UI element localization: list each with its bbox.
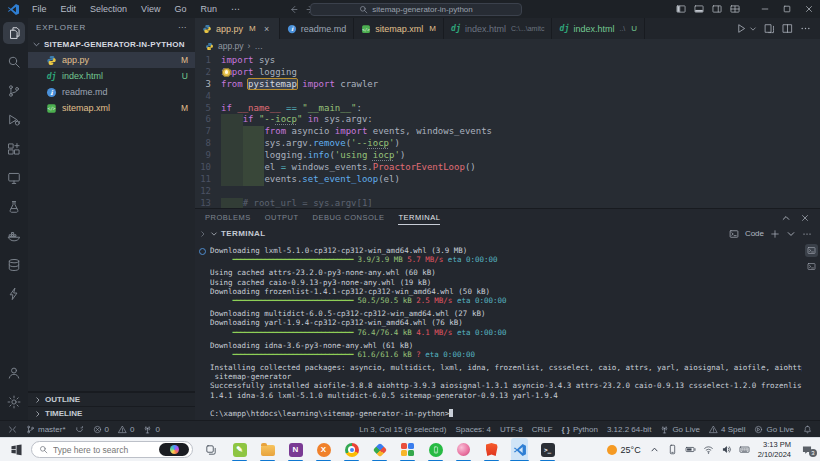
status-right-go-live[interactable]: Go Live — [754, 425, 794, 434]
panel-tab-output[interactable]: OUTPUT — [265, 213, 299, 222]
close-panel-icon[interactable] — [800, 213, 810, 223]
status-left-sync[interactable] — [75, 425, 84, 434]
menu-view[interactable]: View — [135, 2, 166, 16]
activity-run-debug[interactable] — [3, 109, 25, 131]
taskbar-clock[interactable]: 3:13 PM 2/10/2024 — [758, 440, 791, 459]
taskbar-app-whatsapp[interactable] — [427, 438, 444, 461]
command-decoration-icon[interactable] — [199, 248, 206, 255]
activity-docker[interactable] — [3, 225, 25, 247]
activity-remote-explorer[interactable] — [3, 167, 25, 189]
activity-database[interactable] — [3, 254, 25, 276]
task-view-button[interactable] — [201, 440, 221, 460]
maximize-panel-icon[interactable] — [781, 213, 791, 223]
status-right-bell[interactable] — [803, 425, 812, 434]
taskbar-app-chrome[interactable] — [343, 438, 360, 461]
menu-edit[interactable]: Edit — [55, 2, 83, 16]
new-terminal-icon[interactable] — [770, 229, 780, 239]
taskbar-search-input[interactable] — [53, 445, 154, 455]
status-right-utf-8[interactable]: UTF-8 — [500, 425, 523, 434]
lightbulb-icon[interactable] — [222, 68, 231, 77]
menu-[interactable]: ⋯ — [225, 2, 246, 16]
command-center-search[interactable]: sitemap-generator-in-python — [310, 3, 522, 16]
taskbar-app-dev-home[interactable] — [371, 438, 388, 461]
weather-widget[interactable]: 25°C — [607, 445, 641, 455]
tray-wifi-icon[interactable] — [703, 444, 714, 455]
status-right-go-live[interactable]: Go Live — [660, 425, 700, 434]
status-right-3-12-2-64-bit[interactable]: 3.12.2 64-bit — [607, 425, 651, 434]
file-readme.md[interactable]: ireadme.md — [28, 84, 195, 100]
taskbar-search[interactable] — [31, 441, 193, 458]
terminal-profile-label[interactable]: Code — [745, 229, 764, 238]
terminal-instance[interactable] — [805, 260, 818, 273]
taskbar-app-notepad-plus-plus[interactable]: ✎ — [231, 438, 248, 461]
tab-readme.md[interactable]: ireadme.md — [280, 18, 355, 39]
file-index.html[interactable]: djindex.htmlU — [28, 68, 195, 84]
run-python-file-icon[interactable] — [736, 23, 747, 34]
taskbar-app-photos[interactable] — [399, 438, 416, 461]
tray-volume-icon[interactable] — [721, 444, 732, 455]
maximize-icon[interactable] — [782, 4, 792, 14]
activity-explorer[interactable] — [3, 22, 25, 44]
file-app.py[interactable]: app.pyM — [28, 52, 195, 68]
copilot-button[interactable] — [159, 443, 189, 456]
customize-layout-icon[interactable] — [730, 4, 740, 14]
back-icon[interactable] — [288, 4, 299, 15]
status-left-0[interactable]: 0 — [143, 425, 159, 434]
taskbar-app-terminal[interactable]: >_ — [539, 438, 556, 461]
tab-app.py[interactable]: app.pyM× — [195, 18, 280, 39]
activity-search[interactable] — [3, 51, 25, 73]
activity-testing[interactable] — [3, 196, 25, 218]
taskbar-app-onenote[interactable]: N — [287, 438, 304, 461]
toggle-secondary-sidebar-icon[interactable] — [712, 4, 722, 14]
open-changes-icon[interactable] — [764, 23, 775, 34]
tab-index.html[interactable]: djindex.htmlC:\...\amitc — [444, 18, 552, 39]
minimize-icon[interactable] — [760, 4, 770, 14]
panel-tab-problems[interactable]: PROBLEMS — [205, 213, 251, 222]
tray-chevron-up-icon[interactable] — [649, 444, 660, 455]
more-actions-icon[interactable] — [800, 23, 811, 34]
toggle-sidebar-icon[interactable] — [676, 4, 686, 14]
tab-index.html[interactable]: djindex.html..\U — [552, 18, 645, 39]
taskbar-app-file-explorer[interactable] — [259, 438, 276, 461]
project-root-folder[interactable]: SITEMAP-GENERATOR-IN-PYTHON — [28, 37, 195, 52]
activity-account[interactable] — [3, 362, 25, 384]
panel-tab-terminal[interactable]: TERMINAL — [398, 213, 440, 225]
terminal-output[interactable]: Downloading lxml-5.1.0-cp312-cp312-win_a… — [210, 241, 802, 420]
terminal-more-icon[interactable] — [802, 229, 812, 239]
tray-phone-icon[interactable] — [667, 444, 678, 455]
sidebar-section-outline[interactable]: OUTLINE — [28, 392, 195, 406]
activity-source-control[interactable] — [3, 80, 25, 102]
toggle-panel-icon[interactable] — [694, 4, 704, 14]
terminal-section[interactable]: TERMINAL — [210, 229, 266, 238]
tray-battery-icon[interactable] — [685, 444, 696, 455]
status-left-remote[interactable] — [8, 425, 17, 434]
status-right-4-spell[interactable]: 4 Spell — [709, 425, 745, 434]
sidebar-section-timeline[interactable]: TIMELINE — [28, 406, 195, 420]
status-left-master-[interactable]: master* — [26, 425, 66, 434]
status-right-crlf[interactable]: CRLF — [532, 425, 553, 434]
run-dropdown-icon[interactable] — [749, 25, 757, 33]
status-left-0[interactable]: 0 — [93, 425, 109, 434]
split-editor-icon[interactable] — [782, 23, 793, 34]
activity-live-share[interactable] — [3, 283, 25, 305]
taskbar-app-snipping-tool[interactable] — [455, 438, 472, 461]
breadcrumb[interactable]: app.py › … — [195, 39, 820, 53]
taskbar-app-xampp[interactable]: X — [315, 438, 332, 461]
notification-center-button[interactable]: 3 — [799, 442, 814, 457]
close-icon[interactable] — [804, 4, 814, 14]
sidebar-more-actions[interactable]: ⋯ — [178, 23, 187, 32]
status-left-0[interactable]: 0 — [118, 425, 134, 434]
taskbar-app-vscode[interactable] — [511, 438, 528, 461]
start-button[interactable] — [5, 439, 27, 461]
terminal-dropdown-icon[interactable] — [786, 229, 796, 239]
tab-sitemap.xml[interactable]: </>sitemap.xmlM — [354, 18, 444, 39]
menu-selection[interactable]: Selection — [84, 2, 133, 16]
menu-file[interactable]: File — [26, 2, 53, 16]
code-editor[interactable]: 1import sys2import logging3from pysitema… — [195, 53, 820, 208]
status-right-spaces-4[interactable]: Spaces: 4 — [455, 425, 491, 434]
close-tab-icon[interactable]: × — [262, 24, 272, 34]
menu-go[interactable]: Go — [168, 2, 192, 16]
taskbar-app-brave[interactable] — [483, 438, 500, 461]
status-right-ln-3-col-15-9-selected-[interactable]: Ln 3, Col 15 (9 selected) — [359, 425, 446, 434]
activity-settings[interactable] — [3, 391, 25, 413]
